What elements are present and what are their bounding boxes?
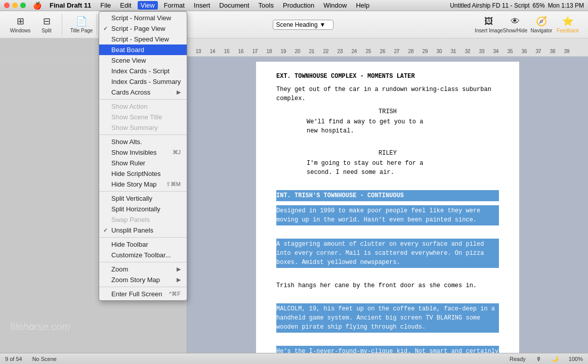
menubar-right: Untitled Airship FD 11 - Script 65% Mon … xyxy=(450,2,584,9)
toolbar-title-group: 📄 Title Page xyxy=(66,14,97,35)
menu-customize-toolbar[interactable]: Customize Toolbar... xyxy=(99,250,187,260)
minimize-button[interactable] xyxy=(12,3,18,8)
insert-image-label: Insert Image xyxy=(475,28,503,33)
menu-show-alts[interactable]: Show Alts. xyxy=(99,136,187,147)
app-name[interactable]: Final Draft 11 xyxy=(47,1,94,10)
scene1-heading: EXT. TOWNHOUSE COMPLEX - MOMENTS LATER xyxy=(276,72,499,81)
moon-icon: 🌙 xyxy=(552,355,559,362)
menu-insert[interactable]: Insert xyxy=(191,1,214,10)
ruler-num-33: 33 xyxy=(475,49,489,54)
insert-image-button[interactable]: 🖼 Insert Image xyxy=(477,14,501,35)
menu-index-cards-script[interactable]: Index Cards - Script xyxy=(99,66,187,76)
menu-edit[interactable]: Edit xyxy=(117,1,134,10)
menu-beat-board[interactable]: Beat Board xyxy=(99,44,187,55)
ruler-num-29: 29 xyxy=(418,49,432,54)
show-hide-button[interactable]: 👁 Show/Hide xyxy=(503,14,527,35)
divider-4 xyxy=(99,237,187,238)
close-button[interactable] xyxy=(4,3,10,8)
ruler-num-38: 38 xyxy=(545,49,560,54)
menubar-left: 🍎 Final Draft 11 File Edit View Format I… xyxy=(4,1,448,10)
microphone-icon: 🎙 xyxy=(536,356,541,362)
menu-show-summary: Show Summary xyxy=(99,122,187,133)
maximize-button[interactable] xyxy=(20,3,26,8)
status-text: Ready xyxy=(510,356,526,362)
hide-story-map-shortcut: ⇧⌘M xyxy=(166,181,181,188)
menu-show-action: Show Action xyxy=(99,101,187,112)
menu-hide-story-map[interactable]: Hide Story Map ⇧⌘M xyxy=(99,179,187,190)
divider-6 xyxy=(99,287,187,287)
menu-script-page-view[interactable]: Script - Page View xyxy=(99,23,187,34)
scene1-action1: They get out of the car in a rundown wor… xyxy=(276,85,499,103)
divider-1 xyxy=(99,99,187,100)
dialogue2: I'm going to stay out here for asecond. … xyxy=(307,159,469,177)
menu-enter-full-screen[interactable]: Enter Full Screen ^⌘F xyxy=(99,289,187,299)
ruler-num-13: 13 xyxy=(191,49,205,54)
navigator-label: Navigator xyxy=(531,28,553,33)
menu-help[interactable]: Help xyxy=(353,1,372,10)
menu-show-ruler[interactable]: Show Ruler xyxy=(99,158,187,168)
scene2-action3: Trish hangs her cane by the front door a… xyxy=(276,281,499,290)
scene2-action2: A staggering amount of clutter on every … xyxy=(276,239,499,268)
ruler-num-23: 23 xyxy=(333,49,347,54)
ruler-num-19: 19 xyxy=(276,49,290,54)
show-invisibles-shortcut: ⌘J xyxy=(173,149,181,156)
feedback-button[interactable]: ⭐ Feedback xyxy=(556,14,580,35)
char2-name: RILEY xyxy=(276,149,499,158)
menu-scene-view[interactable]: Scene View xyxy=(99,55,187,66)
menu-zoom-story-map[interactable]: Zoom Story Map ▶ xyxy=(99,275,187,285)
divider-5 xyxy=(99,262,187,262)
menu-view[interactable]: View xyxy=(138,1,158,10)
windows-icon: ⊞ xyxy=(17,16,24,27)
ruler-num-35: 35 xyxy=(503,49,517,54)
zoom-level: 100% xyxy=(569,356,583,362)
menu-production[interactable]: Production xyxy=(280,1,317,10)
battery: 65% xyxy=(533,2,545,9)
view-dropdown-menu: Script - Normal View Script - Page View … xyxy=(99,11,187,301)
feedback-icon: ⭐ xyxy=(562,16,573,27)
menu-script-speed-view[interactable]: Script - Speed View xyxy=(99,34,187,44)
menu-swap-panels: Swap Panels xyxy=(99,214,187,225)
script-area[interactable]: EXT. TOWNHOUSE COMPLEX - MOMENTS LATER T… xyxy=(187,57,588,353)
divider-3 xyxy=(99,191,187,192)
chevron-down-icon: ▼ xyxy=(320,21,326,28)
scene-heading-select[interactable]: Scene Heading ▼ xyxy=(273,20,333,30)
cards-across-arrow: ▶ xyxy=(177,89,181,96)
traffic-lights xyxy=(4,3,26,8)
menu-format[interactable]: Format xyxy=(161,1,188,10)
ruler-num-37: 37 xyxy=(531,49,545,54)
zoom-story-map-arrow: ▶ xyxy=(177,277,181,283)
ruler-num-27: 27 xyxy=(390,49,404,54)
menu-cards-across[interactable]: Cards Across ▶ xyxy=(99,87,187,98)
dialogue1: We'll find a way to get you to anew hosp… xyxy=(307,117,469,135)
ruler-num-34: 34 xyxy=(489,49,503,54)
title-page-button[interactable]: 📄 Title Page xyxy=(69,14,94,35)
menu-zoom[interactable]: Zoom ▶ xyxy=(99,264,187,275)
ruler-num-20: 20 xyxy=(290,49,305,54)
menu-show-invisibles[interactable]: Show Invisibles ⌘J xyxy=(99,147,187,158)
show-hide-icon: 👁 xyxy=(511,16,520,27)
script-page: EXT. TOWNHOUSE COMPLEX - MOMENTS LATER T… xyxy=(256,62,519,353)
menu-tools[interactable]: Tools xyxy=(256,1,277,10)
menu-document[interactable]: Document xyxy=(216,1,252,10)
menu-script-normal-view[interactable]: Script - Normal View xyxy=(99,13,187,23)
split-label: Split xyxy=(41,28,51,33)
apple-icon: 🍎 xyxy=(33,2,41,10)
window-title: Untitled Airship FD 11 - Script xyxy=(450,2,529,9)
windows-label: Windows xyxy=(10,28,31,33)
clock: Mon 1:13 PM xyxy=(548,2,584,9)
split-button[interactable]: ⊟ Split xyxy=(34,14,59,35)
menu-unsplit-panels[interactable]: Unsplit Panels xyxy=(99,225,187,236)
menu-file[interactable]: File xyxy=(97,1,114,10)
menu-hide-scriptnotes[interactable]: Hide ScriptNotes xyxy=(99,168,187,179)
statusbar: 9 of 54 No Scene Ready 🎙 🌙 100% xyxy=(0,353,588,364)
ruler-num-15: 15 xyxy=(220,49,234,54)
windows-button[interactable]: ⊞ Windows xyxy=(8,14,32,35)
navigator-button[interactable]: 🧭 Navigator xyxy=(529,14,554,35)
menu-split-vertically[interactable]: Split Vertically xyxy=(99,193,187,204)
menu-index-cards-summary[interactable]: Index Cards - Summary xyxy=(99,76,187,87)
menu-hide-toolbar[interactable]: Hide Toolbar xyxy=(99,239,187,250)
menu-show-scene-title: Show Scene Title xyxy=(99,112,187,122)
menu-window[interactable]: Window xyxy=(320,1,350,10)
menu-split-horizontally[interactable]: Split Horizontally xyxy=(99,204,187,214)
split-icon: ⊟ xyxy=(43,16,51,27)
